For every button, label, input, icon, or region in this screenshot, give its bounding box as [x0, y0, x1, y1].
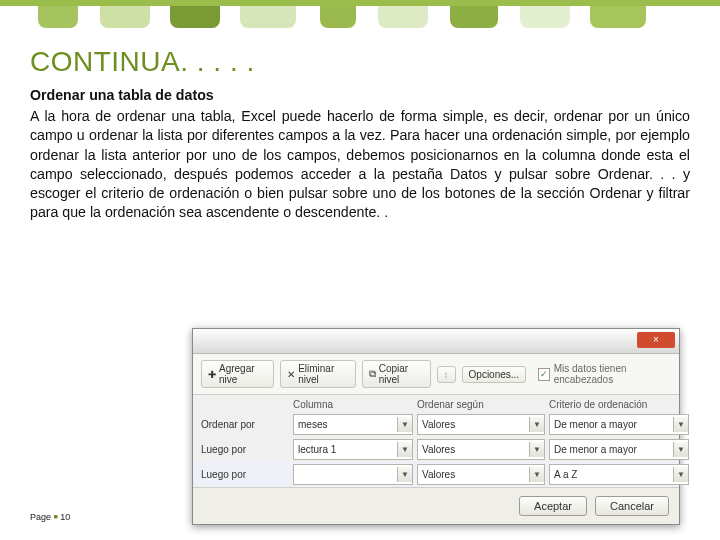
col-sortby: Ordenar según	[417, 399, 545, 410]
dialog-titlebar[interactable]: ×	[193, 329, 679, 354]
copy-icon: ⧉	[369, 368, 376, 380]
sort-row: Luego por lectura 1▼ Valores▼ De menor a…	[193, 437, 679, 462]
sorton-select[interactable]: Valores▼	[417, 464, 545, 485]
row-label: Luego por	[201, 469, 289, 480]
sorton-select[interactable]: Valores▼	[417, 414, 545, 435]
decorative-top-bar	[0, 0, 720, 28]
chevron-down-icon: ▼	[397, 467, 412, 482]
order-select[interactable]: De menor a mayor▼	[549, 439, 689, 460]
dialog-toolbar: ✚ Agregar nive ✕ Eliminar nivel ⧉ Copiar…	[193, 354, 679, 395]
slide-body: Ordenar una tabla de datos A la hora de …	[0, 82, 720, 222]
col-column: Columna	[293, 399, 413, 410]
x-icon: ✕	[287, 369, 295, 380]
copy-level-label: Copiar nivel	[379, 363, 424, 385]
sort-row: Ordenar por meses▼ Valores▼ De menor a m…	[193, 412, 679, 437]
body-text: A la hora de ordenar una tabla, Excel pu…	[30, 108, 690, 220]
sort-row: Luego por ▼ Valores▼ A a Z▼	[193, 462, 679, 487]
section-heading: Ordenar una tabla de datos	[30, 86, 690, 105]
row-label: Ordenar por	[201, 419, 289, 430]
chevron-down-icon: ▼	[397, 442, 412, 457]
cancel-button[interactable]: Cancelar	[595, 496, 669, 516]
chevron-down-icon: ▼	[529, 467, 544, 482]
chevron-down-icon: ▼	[397, 417, 412, 432]
headers-label: Mis datos tienen encabezados	[554, 363, 671, 385]
chevron-down-icon: ▼	[529, 417, 544, 432]
chevron-down-icon: ▼	[673, 417, 688, 432]
column-select[interactable]: ▼	[293, 464, 413, 485]
checkbox-icon: ✓	[538, 368, 550, 381]
dialog-footer: Aceptar Cancelar	[193, 487, 679, 524]
chevron-down-icon: ▼	[673, 467, 688, 482]
delete-level-label: Eliminar nivel	[298, 363, 349, 385]
order-select[interactable]: A a Z▼	[549, 464, 689, 485]
row-label: Luego por	[201, 444, 289, 455]
order-select[interactable]: De menor a mayor▼	[549, 414, 689, 435]
col-criteria: Criterio de ordenación	[549, 399, 689, 410]
copy-level-button[interactable]: ⧉ Copiar nivel	[362, 360, 431, 388]
delete-level-button[interactable]: ✕ Eliminar nivel	[280, 360, 356, 388]
column-select[interactable]: lectura 1▼	[293, 439, 413, 460]
plus-icon: ✚	[208, 369, 216, 380]
add-level-label: Agregar nive	[219, 363, 267, 385]
sort-columns-header: Columna Ordenar según Criterio de ordena…	[193, 395, 679, 412]
sort-dialog: × ✚ Agregar nive ✕ Eliminar nivel ⧉ Copi…	[192, 328, 680, 525]
headers-checkbox[interactable]: ✓ Mis datos tienen encabezados	[538, 363, 671, 385]
column-select[interactable]: meses▼	[293, 414, 413, 435]
options-button[interactable]: Opciones...	[462, 366, 527, 383]
add-level-button[interactable]: ✚ Agregar nive	[201, 360, 274, 388]
updown-icon: ↕	[444, 369, 449, 380]
chevron-down-icon: ▼	[673, 442, 688, 457]
chevron-down-icon: ▼	[529, 442, 544, 457]
close-button[interactable]: ×	[637, 332, 675, 348]
move-level-button[interactable]: ↕	[437, 366, 456, 383]
sorton-select[interactable]: Valores▼	[417, 439, 545, 460]
accept-button[interactable]: Aceptar	[519, 496, 587, 516]
page-number: Page ■ 10	[30, 512, 70, 522]
slide-title: CONTINUA. . . . .	[0, 28, 720, 82]
